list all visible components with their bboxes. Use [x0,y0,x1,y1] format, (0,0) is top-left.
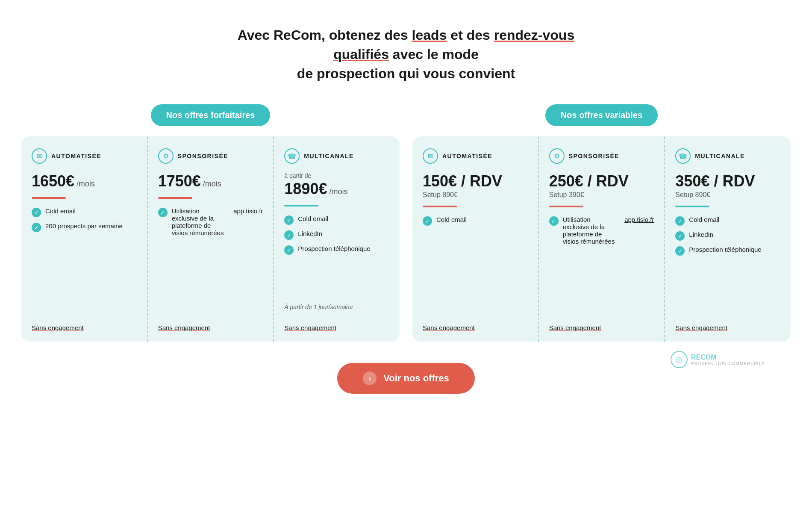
variables-cards: ✉AUTOMATISÉE150€ / RDVSetup 890€✓Cold em… [412,136,791,342]
price-area: à partir de1890€ /mois [284,172,389,198]
price-sub: Setup 390€ [549,191,654,199]
price-main: 350€ / RDV [675,172,780,190]
logo-name: RECOM [691,354,765,361]
sans-engagement[interactable]: Sans engagement [284,317,389,331]
card-type-icon: ☎ [675,148,691,164]
check-icon: ✓ [32,223,41,232]
section-variables: Nos offres variables ✉AUTOMATISÉE150€ / … [412,104,791,342]
sans-engagement[interactable]: Sans engagement [549,317,654,331]
sans-engagement[interactable]: Sans engagement [158,317,263,331]
feature-text: LinkedIn [689,231,713,238]
check-icon: ✓ [284,245,294,255]
logo-subtitle: PROSPECTION COMMERCIALE [691,361,765,366]
features-list: ✓Utilisation exclusive de la plateforme … [158,207,263,309]
pricing-card: ⚙SPONSORISÉE250€ / RDVSetup 390€✓Utilisa… [539,136,665,342]
divider-bar [32,197,66,199]
card-title: SPONSORISÉE [569,153,619,159]
feature-text: 200 prospects par semaine [45,222,123,230]
check-icon: ✓ [675,216,685,226]
card-header: ☎MULTICANALE [675,148,780,164]
feature-text: Prospection téléphonique [689,246,761,253]
price-area: 150€ / RDVSetup 890€ [423,172,528,199]
feature-item: ✓200 prospects par semaine [32,222,137,232]
card-title: MULTICANALE [695,153,745,159]
price-area: 350€ / RDVSetup 890€ [675,172,780,199]
check-icon: ✓ [284,230,294,240]
divider-bar [423,206,457,207]
pricing-card: ☎MULTICANALE350€ / RDVSetup 890€✓Cold em… [665,136,791,342]
card-title: SPONSORISÉE [178,153,228,159]
price-main: 250€ / RDV [549,172,654,190]
check-icon: ✓ [284,215,294,225]
sans-engagement[interactable]: Sans engagement [675,317,780,331]
feature-item: ✓Cold email [32,207,137,217]
cta-label: Voir nos offres [383,373,449,384]
feature-text: Cold email [45,207,76,215]
price-area: 250€ / RDVSetup 390€ [549,172,654,199]
divider-bar [675,206,709,207]
card-header: ⚙SPONSORISÉE [158,148,263,164]
sans-engagement[interactable]: Sans engagement [32,317,137,331]
card-type-icon: ☎ [284,148,300,164]
pricing-card: ✉AUTOMATISÉE150€ / RDVSetup 890€✓Cold em… [412,136,539,342]
price-main: 1750€ /mois [158,172,263,190]
features-list: ✓Cold email✓200 prospects par semaine [32,207,137,309]
card-type-icon: ✉ [423,148,438,164]
pricing-card: ✉AUTOMATISÉE1650€ /mois✓Cold email✓200 p… [21,136,148,342]
cta-chevron-icon: › [363,371,377,385]
price-sub: Setup 890€ [423,191,528,199]
features-list: ✓Cold email✓LinkedIn✓Prospection télépho… [675,216,780,309]
feature-item: ✓Utilisation exclusive de la plateforme … [158,207,263,236]
feature-text: Cold email [436,216,467,223]
logo-text: RECOM PROSPECTION COMMERCIALE [691,354,765,366]
variables-label: Nos offres variables [545,104,658,126]
feature-item: ✓Prospection téléphonique [284,245,389,255]
check-icon: ✓ [675,246,685,256]
feature-link[interactable]: app.tisio.fr [233,207,263,215]
feature-text: Cold email [298,215,328,222]
check-icon: ✓ [32,208,41,217]
price-prefix: à partir de [284,172,389,179]
feature-text: Utilisation exclusive de la plateforme d… [563,216,616,245]
feature-item: ✓Prospection téléphonique [675,246,780,256]
feature-text: Cold email [689,216,719,223]
sections-wrapper: Nos offres forfaitaires ✉AUTOMATISÉE1650… [21,104,791,342]
forfaitaires-cards: ✉AUTOMATISÉE1650€ /mois✓Cold email✓200 p… [21,136,400,342]
features-list: ✓Cold email [423,216,528,309]
headline-link-rdv: rendez-vous qualifiés [333,27,574,62]
card-header: ✉AUTOMATISÉE [423,148,528,164]
card-title: MULTICANALE [304,153,354,159]
feature-item: ✓Utilisation exclusive de la plateforme … [549,216,654,245]
price-area: 1650€ /mois [32,172,137,190]
features-list: ✓Cold email✓LinkedIn✓Prospection télépho… [284,215,389,292]
divider-bar [158,197,192,199]
feature-item: ✓LinkedIn [675,231,780,241]
divider-bar [284,205,318,206]
divider-bar [549,206,583,207]
feature-text: Utilisation exclusive de la plateforme d… [172,207,225,236]
features-list: ✓Utilisation exclusive de la plateforme … [549,216,654,309]
price-area: 1750€ /mois [158,172,263,190]
price-sub: Setup 890€ [675,191,780,199]
card-title: AUTOMATISÉE [442,153,492,159]
feature-text: LinkedIn [298,230,322,237]
headline-link-leads: leads [412,27,447,43]
feature-text: Prospection téléphonique [298,245,370,252]
card-type-icon: ✉ [32,148,47,164]
card-header: ⚙SPONSORISÉE [549,148,654,164]
feature-item: ✓Cold email [675,216,780,226]
voir-offres-button[interactable]: › Voir nos offres [337,363,475,394]
check-icon: ✓ [549,216,559,226]
sans-engagement[interactable]: Sans engagement [423,317,528,331]
price-main: 1890€ /mois [284,180,389,198]
feature-item: ✓Cold email [284,215,389,225]
card-type-icon: ⚙ [549,148,565,164]
headline: Avec ReCom, obtenez des leads et des ren… [214,26,598,83]
feature-link[interactable]: app.tisio.fr [624,216,654,223]
check-icon: ✓ [675,231,685,241]
feature-item: ✓Cold email [423,216,528,226]
feature-item: ✓LinkedIn [284,230,389,240]
card-header: ☎MULTICANALE [284,148,389,164]
card-header: ✉AUTOMATISÉE [32,148,137,164]
price-main: 1650€ /mois [32,172,137,190]
